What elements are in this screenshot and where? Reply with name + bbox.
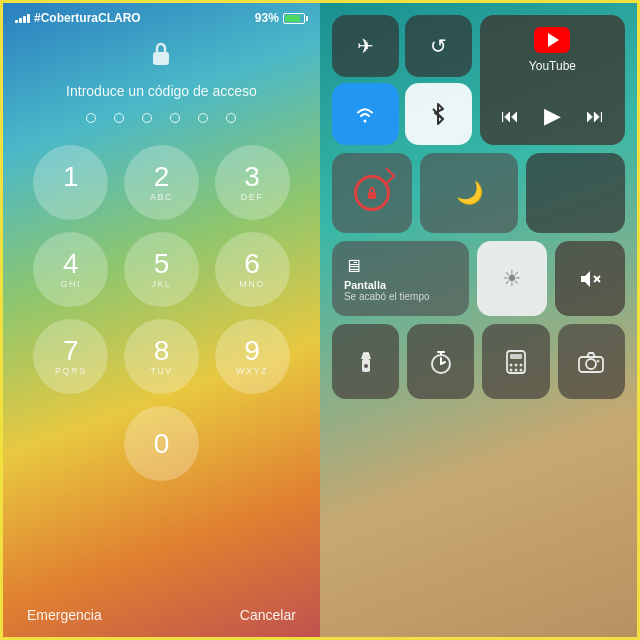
wifi-tile[interactable] — [332, 83, 399, 145]
rotation-tile[interactable]: ↺ — [405, 15, 472, 77]
status-right: 93% — [255, 11, 308, 25]
passcode-prompt: Introduce un código de acceso — [66, 83, 257, 99]
dot-3 — [142, 113, 152, 123]
bottom-actions: Emergencia Cancelar — [3, 607, 320, 623]
bluetooth-icon — [431, 103, 445, 125]
dot-4 — [170, 113, 180, 123]
camera-icon — [578, 351, 604, 373]
cc-bottom-row — [332, 324, 625, 399]
youtube-label: YouTube — [529, 59, 576, 73]
portrait-lock-icon — [354, 175, 390, 211]
svg-point-17 — [520, 363, 523, 366]
battery-icon — [283, 13, 308, 24]
key-5[interactable]: 5JKL — [124, 232, 199, 307]
youtube-logo — [534, 27, 570, 53]
svg-point-18 — [510, 368, 513, 371]
cc-connectivity-grid: ✈ ↺ — [332, 15, 472, 145]
flashlight-icon — [357, 349, 375, 375]
key-3[interactable]: 3DEF — [215, 145, 290, 220]
calculator-tile[interactable] — [482, 324, 549, 399]
lock-screen: #CoberturaCLARO 93% Introduce un código … — [3, 3, 320, 640]
timer-tile[interactable] — [407, 324, 474, 399]
key-6[interactable]: 6MNO — [215, 232, 290, 307]
dot-5 — [198, 113, 208, 123]
key-4[interactable]: 4GHI — [33, 232, 108, 307]
dot-1 — [86, 113, 96, 123]
carrier-label: #CoberturaCLARO — [34, 11, 141, 25]
status-bar: #CoberturaCLARO 93% — [3, 3, 320, 29]
portrait-lock-tile[interactable] — [332, 153, 412, 233]
svg-rect-6 — [363, 352, 369, 354]
dot-6 — [226, 113, 236, 123]
cc-screen-row: 🖥 Pantalla Se acabó el tiempo ☀ — [332, 241, 625, 316]
calculator-icon — [505, 349, 527, 375]
status-left: #CoberturaCLARO — [15, 11, 141, 25]
wifi-icon — [353, 105, 377, 123]
brightness-icon: ☀ — [502, 266, 522, 292]
screen-icon: 🖥 — [344, 256, 362, 277]
airplane-tile[interactable]: ✈ — [332, 15, 399, 77]
timer-icon — [429, 349, 453, 375]
youtube-tile[interactable]: YouTube ⏮ ▶ ⏭ — [480, 15, 625, 145]
media-controls: ⏮ ▶ ⏭ — [488, 99, 617, 133]
mute-icon — [579, 269, 601, 289]
passcode-dots — [86, 113, 236, 123]
keypad: 1 2ABC 3DEF 4GHI 5JKL 6MNO 7PQRS 8TUV 9W… — [31, 145, 291, 481]
key-9[interactable]: 9WXYZ — [215, 319, 290, 394]
svg-point-19 — [515, 368, 518, 371]
extra-tile[interactable] — [526, 153, 625, 233]
svg-rect-1 — [368, 192, 376, 199]
svg-point-22 — [586, 359, 596, 369]
key-8[interactable]: 8TUV — [124, 319, 199, 394]
flashlight-tile[interactable] — [332, 324, 399, 399]
key-1[interactable]: 1 — [33, 145, 108, 220]
svg-point-20 — [520, 368, 523, 371]
key-7[interactable]: 7PQRS — [33, 319, 108, 394]
youtube-play-icon — [548, 33, 559, 47]
lock-icon — [149, 39, 173, 71]
screen-sub: Se acabó el tiempo — [344, 291, 430, 302]
cc-mid-row-1: 🌙 — [332, 153, 625, 233]
camera-tile[interactable] — [558, 324, 625, 399]
do-not-disturb-tile[interactable]: 🌙 — [420, 153, 519, 233]
screen-title: Pantalla — [344, 279, 386, 291]
cancel-button[interactable]: Cancelar — [240, 607, 296, 623]
brightness-tile[interactable]: ☀ — [477, 241, 547, 316]
fast-forward-button[interactable]: ⏭ — [582, 102, 608, 131]
svg-point-15 — [510, 363, 513, 366]
key-0[interactable]: 0 — [124, 406, 199, 481]
cc-top-row: ✈ ↺ — [332, 15, 625, 145]
svg-rect-14 — [510, 354, 522, 359]
svg-point-16 — [515, 363, 518, 366]
svg-rect-0 — [153, 52, 169, 65]
bluetooth-tile[interactable] — [405, 83, 472, 145]
rewind-button[interactable]: ⏮ — [497, 102, 523, 131]
emergency-button[interactable]: Emergencia — [27, 607, 102, 623]
moon-icon: 🌙 — [456, 180, 483, 206]
dot-2 — [114, 113, 124, 123]
rotation-icon: ↺ — [430, 34, 447, 58]
control-center: ✈ ↺ — [320, 3, 637, 640]
svg-point-23 — [597, 359, 600, 362]
play-button[interactable]: ▶ — [540, 99, 565, 133]
airplane-icon: ✈ — [357, 34, 374, 58]
battery-pct: 93% — [255, 11, 279, 25]
key-2[interactable]: 2ABC — [124, 145, 199, 220]
signal-bars — [15, 14, 30, 23]
screen-time-tile[interactable]: 🖥 Pantalla Se acabó el tiempo — [332, 241, 469, 316]
volume-tile[interactable] — [555, 241, 625, 316]
svg-point-7 — [364, 364, 368, 368]
